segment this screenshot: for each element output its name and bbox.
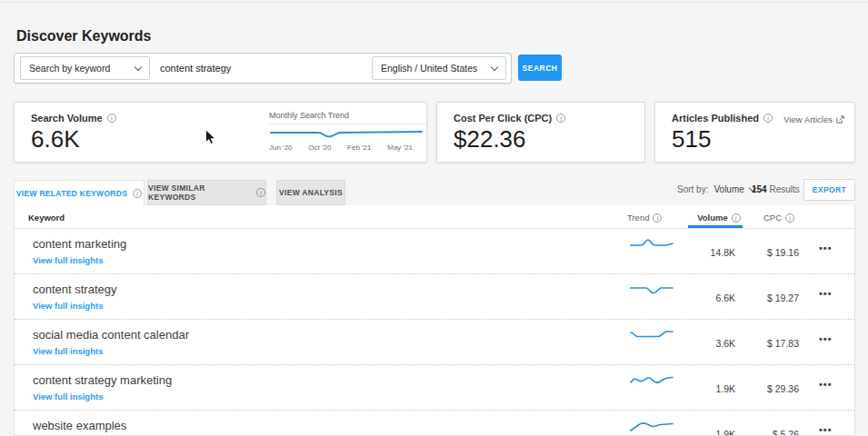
view-full-insights-link[interactable]: View full insights bbox=[33, 391, 103, 401]
info-icon[interactable] bbox=[653, 213, 662, 223]
search-mode-value: Search by keyword bbox=[29, 63, 110, 74]
cpc-value: $22.36 bbox=[454, 125, 526, 154]
table-row: website examples View full insights 1.9K… bbox=[15, 411, 854, 436]
search-mode-select[interactable]: Search by keyword bbox=[20, 56, 150, 80]
tab-view-similar-keywords[interactable]: VIEW SIMILAR KEYWORDS bbox=[147, 180, 266, 205]
keyword-search-bar: Search by keyword English / United State… bbox=[14, 53, 512, 84]
search-volume-card: Search Volume 6.6K Monthly Search Trend … bbox=[14, 102, 427, 163]
row-menu-button[interactable]: ••• bbox=[819, 288, 848, 299]
info-icon[interactable] bbox=[133, 189, 142, 198]
cpc-cell: $ 19.16 bbox=[726, 247, 799, 258]
top-divider bbox=[0, 2, 868, 3]
cpc-cell: $ 17.83 bbox=[726, 338, 799, 349]
external-link-icon bbox=[836, 115, 844, 124]
keyword-cell: social media content calendar bbox=[33, 328, 189, 342]
view-articles-link[interactable]: View Articles bbox=[783, 114, 844, 124]
column-header-volume[interactable]: Volume bbox=[687, 213, 751, 223]
language-country-select[interactable]: English / United States bbox=[372, 56, 506, 80]
column-header-cpc[interactable]: CPC bbox=[752, 213, 806, 223]
info-icon[interactable] bbox=[107, 114, 116, 123]
search-volume-label: Search Volume bbox=[31, 113, 116, 124]
volume-cell: 1.9K bbox=[663, 383, 735, 394]
info-icon[interactable] bbox=[256, 188, 265, 197]
volume-cell: 14.8K bbox=[663, 247, 735, 258]
table-row: content marketing View full insights 14.… bbox=[15, 229, 854, 274]
cpc-cell: $ 5.26 bbox=[726, 429, 799, 436]
column-header-trend[interactable]: Trend bbox=[627, 213, 662, 223]
articles-published-label: Articles Published bbox=[672, 113, 773, 124]
app-window: Discover Keywords Search by keyword Engl… bbox=[0, 0, 868, 436]
volume-cell: 6.6K bbox=[663, 292, 735, 303]
tab-view-analysis[interactable]: VIEW ANALYSIS bbox=[276, 180, 345, 205]
keyword-cell: content strategy marketing bbox=[33, 373, 172, 387]
sort-by-select[interactable]: Sort by: Volume bbox=[677, 184, 755, 194]
info-icon[interactable] bbox=[732, 213, 741, 223]
keyword-cell: content strategy bbox=[33, 282, 117, 296]
trend-x-axis: Jun '20 Oct '20 Feb '21 May '21 bbox=[269, 144, 413, 152]
page-title: Discover Keywords bbox=[16, 28, 152, 45]
row-menu-button[interactable]: ••• bbox=[819, 333, 848, 344]
column-header-keyword: Keyword bbox=[28, 213, 65, 223]
table-row: content strategy View full insights 6.6K… bbox=[15, 274, 854, 320]
cpc-label: Cost Per Click (CPC) bbox=[454, 113, 565, 124]
view-full-insights-link[interactable]: View full insights bbox=[33, 301, 103, 311]
axis-tick: Feb '21 bbox=[347, 144, 371, 152]
tab-view-related-keywords[interactable]: VIEW RELATED KEYWORDS bbox=[14, 180, 145, 205]
search-button[interactable]: SEARCH bbox=[518, 54, 562, 81]
row-menu-button[interactable]: ••• bbox=[819, 243, 848, 253]
monthly-search-trend: Monthly Search Trend Jun '20 Oct '20 Feb… bbox=[269, 111, 425, 152]
axis-tick: Oct '20 bbox=[308, 144, 331, 152]
info-icon[interactable] bbox=[556, 114, 565, 123]
view-full-insights-link[interactable]: View full insights bbox=[33, 346, 103, 356]
row-menu-button[interactable]: ••• bbox=[819, 379, 848, 390]
articles-published-value: 515 bbox=[672, 125, 711, 154]
axis-tick: Jun '20 bbox=[269, 144, 293, 152]
info-icon[interactable] bbox=[785, 213, 794, 223]
row-menu-button[interactable]: ••• bbox=[819, 424, 848, 435]
table-row: social media content calendar View full … bbox=[15, 320, 854, 365]
cpc-cell: $ 19.27 bbox=[726, 292, 799, 303]
view-full-insights-link[interactable]: View full insights bbox=[33, 255, 103, 265]
chevron-down-icon bbox=[135, 63, 142, 70]
trend-chart-title: Monthly Search Trend bbox=[269, 111, 425, 124]
chevron-down-icon bbox=[491, 63, 498, 70]
export-button[interactable]: EXPORT bbox=[803, 179, 855, 201]
info-icon[interactable] bbox=[763, 114, 773, 123]
table-body: content marketing View full insights 14.… bbox=[15, 229, 854, 436]
results-count: 154 Results bbox=[752, 184, 800, 194]
axis-tick: May '21 bbox=[387, 144, 413, 152]
volume-cell: 1.9K bbox=[663, 429, 735, 436]
table-row: content strategy marketing View full ins… bbox=[15, 365, 854, 411]
active-sort-indicator bbox=[688, 225, 743, 228]
keyword-cell: website examples bbox=[33, 419, 126, 432]
articles-published-card: Articles Published View Articles 515 bbox=[654, 102, 855, 163]
related-keywords-table: Keyword Trend Volume CPC content marketi… bbox=[14, 205, 855, 436]
sort-by-value: Volume bbox=[713, 184, 743, 194]
search-trend-line-chart bbox=[269, 127, 424, 142]
search-volume-value: 6.6K bbox=[31, 125, 80, 154]
sort-by-label: Sort by: bbox=[677, 184, 708, 194]
cpc-card: Cost Per Click (CPC) $22.36 bbox=[436, 102, 645, 163]
keyword-cell: content marketing bbox=[33, 237, 126, 251]
search-input[interactable] bbox=[160, 56, 364, 80]
volume-cell: 3.6K bbox=[663, 338, 735, 349]
language-country-value: English / United States bbox=[381, 63, 477, 74]
table-header: Keyword Trend Volume CPC bbox=[15, 205, 854, 229]
cpc-cell: $ 29.36 bbox=[726, 383, 799, 394]
